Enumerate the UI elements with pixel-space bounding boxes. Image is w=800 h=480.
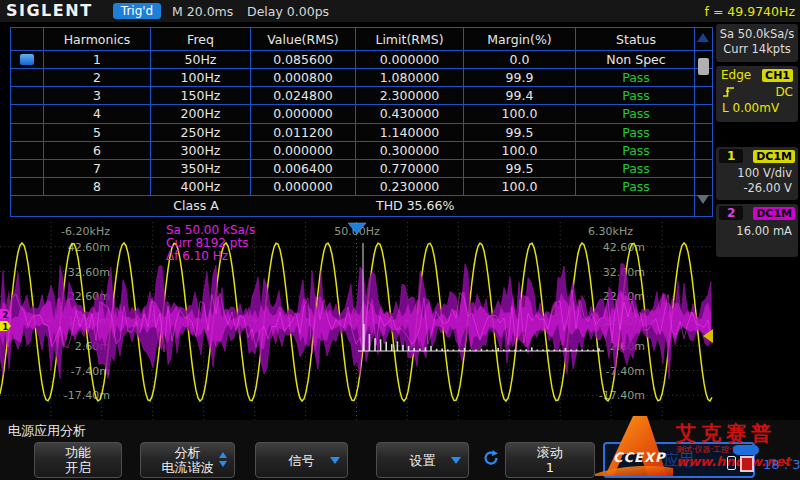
class-label: Class A (11, 198, 381, 213)
table-row[interactable]: 5250Hz0.0112001.14000099.5Pass (11, 124, 712, 142)
table-cell: 0.085600 (251, 51, 356, 68)
row-select-indicator (11, 124, 44, 141)
table-row[interactable]: 6300Hz0.0000000.300000100.0Pass (11, 142, 712, 160)
harmonics-table: HarmonicsFreqValue(RMS)Limit(RMS)Margin(… (10, 27, 713, 217)
row-select-indicator (11, 69, 44, 86)
sample-rate: Sa 50.0kSa/s (716, 27, 798, 42)
table-cell: Pass (576, 160, 696, 177)
channel1-offset: -26.00 V (716, 180, 798, 195)
menu-button-label: 电流谐波 (162, 460, 214, 475)
table-cell: 4 (44, 105, 151, 122)
frequency-counter: f = 49.9740Hz (705, 4, 795, 19)
delay-readout[interactable]: Delay 0.00ps (247, 4, 329, 19)
table-cell: 99.5 (464, 124, 576, 141)
channel-marker-label: 2 (3, 311, 9, 320)
menu-button-设置[interactable]: 设置 (376, 442, 469, 478)
fft-bar (402, 345, 404, 351)
fft-bar (492, 350, 494, 352)
fft-bar (503, 350, 505, 352)
table-cell: 99.4 (464, 87, 576, 104)
fft-bar (419, 348, 421, 351)
fft-bar (408, 346, 410, 351)
fft-bar (587, 350, 589, 352)
menu-button-滚动-1[interactable]: 滚动1 (505, 442, 595, 478)
table-row[interactable]: 7350Hz0.0064000.77000099.5Pass (11, 160, 712, 178)
memory-depth: Curr 14kpts (716, 42, 798, 57)
fft-bar (514, 350, 516, 352)
table-cell: 2.300000 (356, 87, 464, 104)
table-cell: 100.0 (464, 142, 576, 159)
table-row[interactable]: 8400Hz0.0000000.230000100.0Pass (11, 178, 712, 196)
fft-bar (385, 342, 387, 351)
table-cell: Pass (576, 124, 696, 141)
fft-bar (593, 350, 595, 352)
scroll-down-icon[interactable] (697, 195, 709, 204)
up-down-arrows-icon (219, 452, 227, 467)
selected-row-marker (20, 54, 34, 65)
table-row[interactable]: 2100Hz0.0008001.08000099.9Pass (11, 69, 712, 87)
table-cell: 0.000000 (251, 178, 356, 195)
channel-marker-label: 1 (3, 323, 9, 332)
acquisition-panel: Sa 50.0kSa/s Curr 14kpts (716, 24, 798, 62)
fft-bar (559, 350, 561, 352)
table-cell: 99.9 (464, 69, 576, 86)
table-cell: 100.0 (464, 178, 576, 195)
fft-bar (598, 348, 600, 351)
fft-bar (436, 349, 438, 351)
column-header: Limit(RMS) (356, 28, 464, 50)
table-row[interactable]: 150Hz0.0856000.0000000.0Non Spec (11, 51, 712, 69)
row-select-indicator (11, 87, 44, 104)
table-cell: 6 (44, 142, 151, 159)
fft-bar (581, 350, 583, 352)
menu-button-信号[interactable]: 信号 (255, 442, 348, 478)
channel2-coupling-badge: DC1M (753, 207, 795, 220)
table-cell: 0.011200 (251, 124, 356, 141)
scroll-up-icon[interactable] (697, 33, 709, 42)
fft-bar (369, 334, 371, 351)
fft-bar (469, 350, 471, 352)
amplitude-label: -7.40m (606, 365, 645, 378)
channel2-offset: 16.00 mA (716, 223, 798, 238)
channel1-scale: 100 V/div (716, 165, 798, 180)
channel1-panel[interactable]: 1 DC1M 100 V/div -26.00 V (716, 147, 798, 200)
table-cell: 50Hz (151, 51, 251, 68)
table-cell: Non Spec (576, 51, 696, 68)
menu-button-label: 设置 (410, 453, 436, 468)
menu-button-功能-开启[interactable]: 功能开启 (34, 442, 122, 478)
table-scrollbar[interactable] (694, 28, 712, 216)
fft-bar (397, 341, 399, 351)
fft-info-text: Sa 50.00 kSa/s (166, 223, 255, 237)
table-cell: Pass (576, 105, 696, 122)
timebase-readout[interactable]: M 20.0ms (172, 4, 233, 19)
fft-bar (475, 350, 477, 352)
table-cell: 1.080000 (356, 69, 464, 86)
row-select-indicator (11, 178, 44, 195)
trigger-panel[interactable]: Edge CH1 DC L 0.00mV (716, 66, 798, 122)
table-row[interactable]: 4200Hz0.0000000.430000100.0Pass (11, 105, 712, 123)
fft-bar (481, 349, 483, 351)
menu-button-label: 功能 (65, 445, 91, 460)
fft-info-text: Curr 8192 pts (166, 236, 248, 250)
waveform-display[interactable]: -6.20kHz50.00Hz6.30kHz42.60m42.60m32.60m… (0, 222, 713, 420)
menu-button-应用[interactable]: 应用 (603, 442, 755, 478)
table-cell: 3 (44, 87, 151, 104)
row-select-indicator (11, 105, 44, 122)
menu-button-label: 应用 (664, 453, 694, 468)
table-cell: 8 (44, 178, 151, 195)
table-cell: 0.000800 (251, 69, 356, 86)
scrollbar-thumb[interactable] (698, 58, 709, 75)
menu-button-label: 1 (546, 460, 554, 475)
fft-bar (509, 350, 511, 352)
table-row[interactable]: 3150Hz0.0248002.30000099.4Pass (11, 87, 712, 105)
table-cell: 0.430000 (356, 105, 464, 122)
table-cell: 0.006400 (251, 160, 356, 177)
fft-bar (430, 346, 432, 351)
fft-bar (576, 350, 578, 352)
table-cell: Pass (576, 69, 696, 86)
fft-bar (542, 350, 544, 352)
fft-frequency-label: -6.20kHz (61, 225, 110, 238)
menu-button-分析-电流谐波[interactable]: 分析电流谐波 (140, 442, 235, 478)
rotate-arrow-icon[interactable] (482, 449, 500, 467)
channel2-panel[interactable]: 2 DC1M 16.00 mA (716, 204, 798, 257)
table-cell: 100Hz (151, 69, 251, 86)
